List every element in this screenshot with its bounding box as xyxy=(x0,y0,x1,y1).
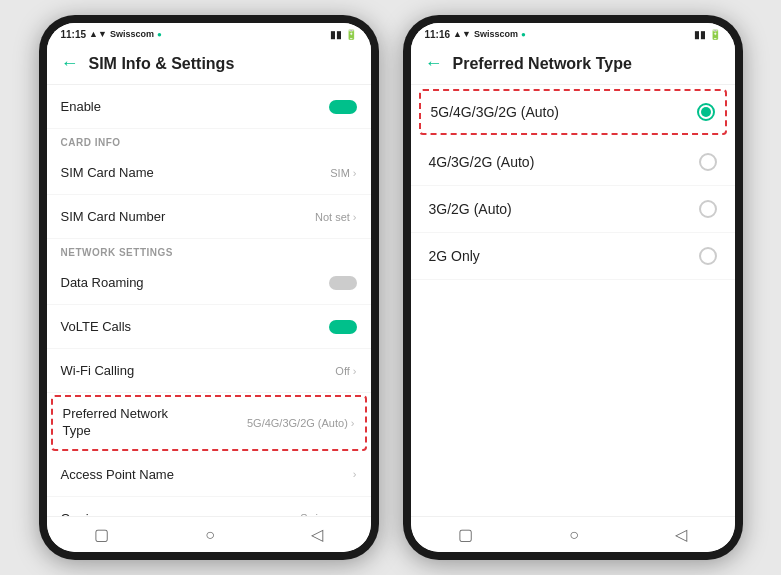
sim-card-number-row[interactable]: SIM Card Number Not set › xyxy=(47,195,371,239)
wifi-dot-right: ● xyxy=(521,30,526,39)
status-bar-left: 11:15 ▲▼ Swisscom ● ▮▮ 🔋 xyxy=(47,23,371,45)
time-left: 11:15 xyxy=(61,29,87,40)
time-right: 11:16 xyxy=(425,29,451,40)
wifi-calling-label: Wi-Fi Calling xyxy=(61,363,135,378)
sim-card-name-row[interactable]: SIM Card Name SIM › xyxy=(47,151,371,195)
chevron-sim-name: › xyxy=(353,167,357,179)
radio-4g-auto xyxy=(699,153,717,171)
wifi-calling-value: Off › xyxy=(335,365,356,377)
signal-left: ▲▼ xyxy=(89,29,107,39)
nav-back-right[interactable]: ◁ xyxy=(675,525,687,544)
preferred-network-row[interactable]: Preferred Network Type 5G/4G/3G/2G (Auto… xyxy=(51,395,367,451)
option-2g-only-label: 2G Only xyxy=(429,248,480,264)
status-bar-right: 11:16 ▲▼ Swisscom ● ▮▮ 🔋 xyxy=(411,23,735,45)
wifi-calling-row[interactable]: Wi-Fi Calling Off › xyxy=(47,349,371,393)
wifi-dot-left: ● xyxy=(157,30,162,39)
sim-card-name-value: SIM › xyxy=(330,167,356,179)
option-5g-auto[interactable]: 5G/4G/3G/2G (Auto) xyxy=(419,89,727,135)
radio-inner-5g xyxy=(701,107,711,117)
nav-square-left[interactable]: ▢ xyxy=(94,525,109,544)
battery-left: 🔋 xyxy=(345,29,357,40)
page-title-left: SIM Info & Settings xyxy=(89,55,235,73)
signal-bars-right: ▮▮ xyxy=(694,29,706,40)
left-screen: 11:15 ▲▼ Swisscom ● ▮▮ 🔋 ← SIM Info & Se… xyxy=(47,23,371,552)
status-right-left: ▮▮ 🔋 xyxy=(330,29,357,40)
back-button-left[interactable]: ← xyxy=(61,53,79,74)
bottom-nav-right: ▢ ○ ◁ xyxy=(411,516,735,552)
volte-calls-row[interactable]: VoLTE Calls xyxy=(47,305,371,349)
sim-card-name-label: SIM Card Name xyxy=(61,165,154,180)
network-options-list: 5G/4G/3G/2G (Auto) 4G/3G/2G (Auto) 3G/2G… xyxy=(411,85,735,516)
card-info-section-label: CARD INFO xyxy=(47,129,371,151)
carrier-row[interactable]: Carrier Swisscom › xyxy=(47,497,371,516)
signal-bars-left: ▮▮ xyxy=(330,29,342,40)
right-screen: 11:16 ▲▼ Swisscom ● ▮▮ 🔋 ← Preferred Net… xyxy=(411,23,735,552)
settings-list: Enable CARD INFO SIM Card Name SIM › SIM… xyxy=(47,85,371,516)
signal-right: ▲▼ xyxy=(453,29,471,39)
status-right-right: ▮▮ 🔋 xyxy=(694,29,721,40)
chevron-access: › xyxy=(353,468,357,480)
access-point-row[interactable]: Access Point Name › xyxy=(47,453,371,497)
app-bar-left: ← SIM Info & Settings xyxy=(47,45,371,85)
enable-toggle[interactable] xyxy=(329,100,357,114)
status-left-right: 11:16 ▲▼ Swisscom ● xyxy=(425,29,526,40)
radio-3g-auto xyxy=(699,200,717,218)
app-bar-right: ← Preferred Network Type xyxy=(411,45,735,85)
nav-back-left[interactable]: ◁ xyxy=(311,525,323,544)
option-3g-auto[interactable]: 3G/2G (Auto) xyxy=(411,186,735,233)
volte-calls-toggle[interactable] xyxy=(329,320,357,334)
data-roaming-row[interactable]: Data Roaming xyxy=(47,261,371,305)
nav-square-right[interactable]: ▢ xyxy=(458,525,473,544)
bottom-nav-left: ▢ ○ ◁ xyxy=(47,516,371,552)
page-title-right: Preferred Network Type xyxy=(453,55,632,73)
left-phone: 11:15 ▲▼ Swisscom ● ▮▮ 🔋 ← SIM Info & Se… xyxy=(39,15,379,560)
battery-right: 🔋 xyxy=(709,29,721,40)
preferred-network-label: Preferred Network Type xyxy=(63,406,193,440)
chevron-wifi: › xyxy=(353,365,357,377)
status-left: 11:15 ▲▼ Swisscom ● xyxy=(61,29,162,40)
right-phone: 11:16 ▲▼ Swisscom ● ▮▮ 🔋 ← Preferred Net… xyxy=(403,15,743,560)
radio-2g-only xyxy=(699,247,717,265)
option-3g-auto-label: 3G/2G (Auto) xyxy=(429,201,512,217)
nav-circle-right[interactable]: ○ xyxy=(569,526,579,544)
chevron-network: › xyxy=(351,417,355,429)
data-roaming-toggle[interactable] xyxy=(329,276,357,290)
option-2g-only[interactable]: 2G Only xyxy=(411,233,735,280)
carrier-left: Swisscom xyxy=(110,29,154,39)
network-settings-section-label: NETWORK SETTINGS xyxy=(47,239,371,261)
volte-calls-label: VoLTE Calls xyxy=(61,319,132,334)
option-5g-auto-label: 5G/4G/3G/2G (Auto) xyxy=(431,104,559,120)
option-4g-auto-label: 4G/3G/2G (Auto) xyxy=(429,154,535,170)
back-button-right[interactable]: ← xyxy=(425,53,443,74)
radio-5g-auto xyxy=(697,103,715,121)
data-roaming-label: Data Roaming xyxy=(61,275,144,290)
enable-row[interactable]: Enable xyxy=(47,85,371,129)
access-point-label: Access Point Name xyxy=(61,467,174,482)
sim-card-number-value: Not set › xyxy=(315,211,357,223)
preferred-network-value: 5G/4G/3G/2G (Auto) › xyxy=(247,417,355,429)
enable-label: Enable xyxy=(61,99,101,114)
option-4g-auto[interactable]: 4G/3G/2G (Auto) xyxy=(411,139,735,186)
sim-card-number-label: SIM Card Number xyxy=(61,209,166,224)
nav-circle-left[interactable]: ○ xyxy=(205,526,215,544)
carrier-right: Swisscom xyxy=(474,29,518,39)
chevron-sim-number: › xyxy=(353,211,357,223)
